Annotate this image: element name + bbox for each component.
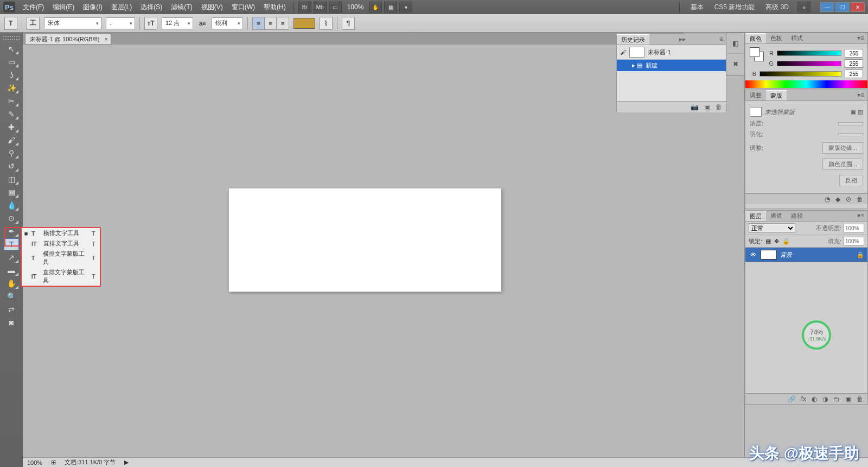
spectrum-bar[interactable] — [745, 80, 867, 88]
eraser-tool[interactable]: ◫ — [4, 173, 19, 185]
masks-tab[interactable]: 蒙版 — [766, 90, 787, 100]
color-range-button[interactable]: 颜色范围... — [822, 159, 863, 170]
history-brush-tool[interactable]: ↺ — [4, 160, 19, 172]
workspace-3d[interactable]: 高级 3D — [762, 2, 792, 13]
new-doc-from-state-icon[interactable]: ▣ — [704, 103, 710, 111]
mask-menu-icon[interactable]: ▾≡ — [854, 90, 867, 100]
path-tool[interactable]: ↗ — [4, 251, 19, 263]
quickmask-tool[interactable]: ◙ — [4, 317, 19, 329]
color-menu-icon[interactable]: ▾≡ — [854, 33, 867, 43]
adjustment-layer-icon[interactable]: ◑ — [822, 395, 828, 403]
color-tab[interactable]: 颜色 — [745, 33, 766, 43]
history-menu-icon[interactable]: ≡ — [716, 34, 726, 45]
delete-state-icon[interactable]: 🗑 — [716, 103, 722, 111]
delete-layer-icon[interactable]: 🗑 — [857, 395, 863, 403]
mask-delete-icon[interactable]: 🗑 — [857, 195, 863, 203]
heal-tool[interactable]: ✚ — [4, 121, 19, 133]
workspace-more-icon[interactable]: » — [797, 2, 810, 12]
opacity-input[interactable]: 100% — [844, 224, 864, 232]
menu-layer[interactable]: 图层(L) — [107, 1, 137, 14]
vector-mask-icon[interactable]: ▨ — [858, 109, 863, 116]
menu-select[interactable]: 选择(S) — [136, 1, 167, 14]
window-minimize[interactable]: — — [820, 2, 834, 12]
pixel-mask-icon[interactable]: ▣ — [851, 109, 856, 116]
fgbg-swap[interactable]: ⇄ — [4, 304, 19, 315]
fill-input[interactable]: 100% — [844, 237, 864, 245]
mask-edge-button[interactable]: 蒙版边缘... — [822, 142, 863, 154]
status-doc-info[interactable]: 文档:311.1K/0 字节 — [65, 458, 116, 466]
r-input[interactable] — [845, 49, 863, 58]
flyout-vertical-type[interactable]: IT直排文字工具T — [22, 238, 100, 249]
pen-tool[interactable]: ✒ — [4, 225, 19, 237]
status-zoom[interactable]: 100% — [27, 459, 42, 466]
document-tab[interactable]: 未标题-1 @ 100%(RGB/8)× — [25, 34, 111, 45]
font-weight-select[interactable]: - — [106, 17, 135, 29]
extra-icon[interactable]: ▾ — [399, 2, 412, 12]
lock-position-icon[interactable]: ✥ — [774, 238, 779, 245]
adjustments-tab[interactable]: 调整 — [745, 90, 766, 100]
flyout-horizontal-type-mask[interactable]: T横排文字蒙版工具T — [22, 249, 100, 267]
mask-disable-icon[interactable]: ⊘ — [846, 195, 851, 203]
canvas-viewport[interactable] — [23, 45, 684, 457]
tool-preset-icon[interactable]: T — [4, 17, 17, 30]
invert-button[interactable]: 反相 — [839, 175, 863, 186]
paths-tab[interactable]: 路径 — [787, 211, 807, 221]
character-panel-icon[interactable]: ¶ — [342, 17, 355, 30]
mask-load-icon[interactable]: ◔ — [825, 195, 830, 203]
crop-tool[interactable]: ✂ — [4, 95, 19, 107]
workspace-basic[interactable]: 基本 — [687, 2, 707, 13]
screen-mode-icon[interactable]: ▭ — [329, 2, 342, 12]
layers-tab[interactable]: 图层 — [745, 211, 766, 221]
g-input[interactable] — [845, 59, 863, 68]
menu-view[interactable]: 视图(V) — [197, 1, 227, 14]
bridge-icon[interactable]: Br — [298, 2, 311, 12]
hand-tool[interactable]: ✋ — [4, 277, 19, 289]
layer-background[interactable]: 👁 背景 🔒 — [745, 248, 867, 262]
arrange-icon[interactable]: ▦ — [384, 2, 397, 12]
layer-mask-icon[interactable]: ◐ — [812, 395, 817, 403]
tools-preset-icon[interactable]: ✖ — [726, 54, 744, 74]
antialias-select[interactable]: 锐利 — [212, 17, 243, 29]
lock-all-icon[interactable]: 🔒 — [782, 238, 790, 245]
layers-menu-icon[interactable]: ▾≡ — [854, 211, 867, 221]
r-slider[interactable] — [777, 51, 841, 56]
brush-tool[interactable]: 🖌 — [4, 134, 19, 146]
hand-icon[interactable]: ✋ — [369, 2, 382, 12]
close-tab-icon[interactable]: × — [105, 36, 108, 42]
wand-tool[interactable]: ✨ — [4, 82, 19, 94]
lock-pixels-icon[interactable]: ▦ — [765, 238, 771, 245]
align-center[interactable]: ≡ — [265, 17, 277, 29]
flyout-horizontal-type[interactable]: ■T横排文字工具T — [22, 228, 100, 238]
type-tool[interactable]: T — [4, 238, 19, 250]
warp-text-icon[interactable]: ⌇ — [320, 17, 333, 30]
text-color-swatch[interactable] — [293, 18, 315, 29]
lasso-tool[interactable]: ʖ — [4, 69, 19, 81]
history-step-new[interactable]: ▸ ▤新建 — [617, 60, 726, 71]
b-input[interactable] — [845, 70, 863, 78]
status-info-icon[interactable]: ⊞ — [51, 459, 56, 466]
new-layer-icon[interactable]: ▣ — [845, 395, 851, 403]
stamp-tool[interactable]: ⚲ — [4, 147, 19, 159]
eyedropper-tool[interactable]: ✎ — [4, 108, 19, 120]
group-icon[interactable]: 🗀 — [833, 395, 840, 403]
new-snapshot-icon[interactable]: 📷 — [691, 103, 699, 111]
layer-style-icon[interactable]: fx — [801, 395, 806, 403]
align-right[interactable]: ≡ — [277, 17, 289, 29]
minibridge-icon[interactable]: Mb — [314, 2, 327, 12]
dodge-tool[interactable]: ⊙ — [4, 212, 19, 224]
g-slider[interactable] — [777, 61, 841, 66]
orientation-icon[interactable]: 工 — [27, 17, 40, 30]
fg-bg-swatch[interactable] — [750, 47, 764, 61]
menu-file[interactable]: 文件(F) — [18, 1, 48, 14]
font-family-select[interactable]: 宋体 — [44, 17, 101, 29]
status-arrow-icon[interactable]: ▶ — [124, 459, 129, 466]
window-close[interactable]: ✕ — [851, 2, 865, 12]
gradient-tool[interactable]: ▤ — [4, 186, 19, 198]
menu-edit[interactable]: 编辑(E) — [48, 1, 79, 14]
swatches-tab[interactable]: 色板 — [766, 33, 787, 43]
align-left[interactable]: ≡ — [253, 17, 265, 29]
menu-filter[interactable]: 滤镜(T) — [167, 1, 196, 14]
canvas[interactable] — [229, 188, 501, 292]
window-maximize[interactable]: ☐ — [835, 2, 850, 12]
history-tab[interactable]: 历史记录 — [617, 34, 649, 45]
